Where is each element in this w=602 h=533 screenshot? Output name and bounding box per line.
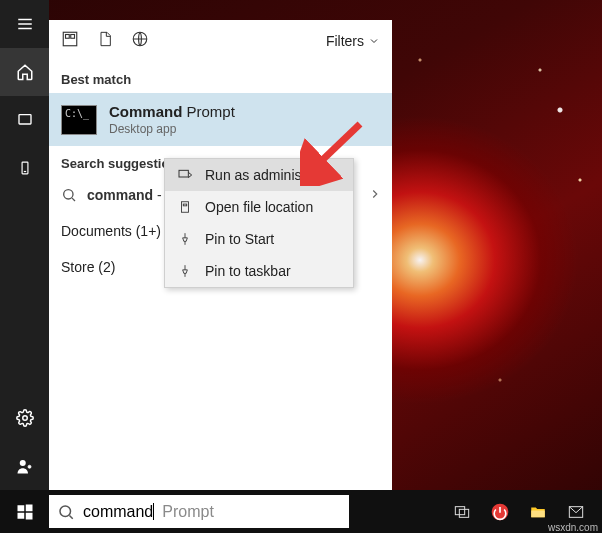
power-icon[interactable] <box>488 500 512 524</box>
taskbar-search-input[interactable]: command​Prompt <box>49 495 349 528</box>
svg-line-25 <box>69 515 72 518</box>
user-icon[interactable] <box>0 442 49 490</box>
svg-point-7 <box>19 460 25 466</box>
file-explorer-icon[interactable] <box>526 500 550 524</box>
svg-point-24 <box>60 506 71 517</box>
search-icon <box>61 187 77 203</box>
pin-icon <box>177 264 193 278</box>
ctx-label: Pin to Start <box>205 231 274 247</box>
context-menu: Run as administrator Open file location … <box>164 158 354 288</box>
pin-icon <box>177 232 193 246</box>
start-sidebar <box>0 0 49 490</box>
svg-rect-16 <box>182 202 189 213</box>
chevron-down-icon <box>368 35 380 47</box>
search-icon <box>57 503 75 521</box>
chevron-right-icon[interactable] <box>368 187 382 204</box>
ctx-label: Open file location <box>205 199 313 215</box>
svg-rect-20 <box>17 505 24 511</box>
svg-rect-26 <box>455 506 464 514</box>
ctx-pin-to-start[interactable]: Pin to Start <box>165 223 353 255</box>
folder-icon <box>177 199 193 215</box>
best-match-result[interactable]: C:\_ Command Prompt Desktop app <box>49 93 392 146</box>
svg-rect-27 <box>459 509 468 517</box>
ctx-run-as-admin[interactable]: Run as administrator <box>165 159 353 191</box>
windows-logo-icon <box>16 503 34 521</box>
svg-point-8 <box>28 465 31 468</box>
ctx-label: Run as administrator <box>205 167 334 183</box>
menu-icon[interactable] <box>0 0 49 48</box>
admin-icon <box>177 167 193 183</box>
filters-label: Filters <box>326 33 364 49</box>
svg-rect-15 <box>179 170 188 177</box>
device-icon[interactable] <box>0 144 49 192</box>
command-prompt-icon: C:\_ <box>61 105 97 135</box>
apps-scope-icon[interactable] <box>61 30 79 52</box>
documents-scope-icon[interactable] <box>97 30 113 52</box>
svg-rect-23 <box>25 512 32 519</box>
svg-point-6 <box>22 416 27 421</box>
svg-rect-21 <box>25 504 32 511</box>
svg-rect-29 <box>531 510 545 517</box>
svg-rect-10 <box>66 34 70 38</box>
ctx-label: Pin to taskbar <box>205 263 291 279</box>
screen-icon[interactable] <box>0 96 49 144</box>
watermark: wsxdn.com <box>548 522 598 533</box>
svg-rect-3 <box>19 115 31 124</box>
filters-dropdown[interactable]: Filters <box>326 33 380 49</box>
svg-rect-11 <box>71 34 75 38</box>
ctx-open-file-location[interactable]: Open file location <box>165 191 353 223</box>
start-button[interactable] <box>0 490 49 533</box>
web-scope-icon[interactable] <box>131 30 149 52</box>
svg-rect-17 <box>183 204 187 206</box>
best-match-header: Best match <box>49 62 392 93</box>
home-icon[interactable] <box>0 48 49 96</box>
mail-icon[interactable] <box>564 500 588 524</box>
svg-point-13 <box>64 190 73 199</box>
taskbar: command​Prompt <box>0 490 602 533</box>
settings-icon[interactable] <box>0 394 49 442</box>
ctx-pin-to-taskbar[interactable]: Pin to taskbar <box>165 255 353 287</box>
svg-line-14 <box>72 198 75 201</box>
task-view-icon[interactable] <box>450 500 474 524</box>
system-tray <box>450 500 602 524</box>
panel-header: Filters <box>49 20 392 62</box>
best-match-text: Command Prompt Desktop app <box>109 103 235 136</box>
svg-rect-22 <box>17 512 24 518</box>
